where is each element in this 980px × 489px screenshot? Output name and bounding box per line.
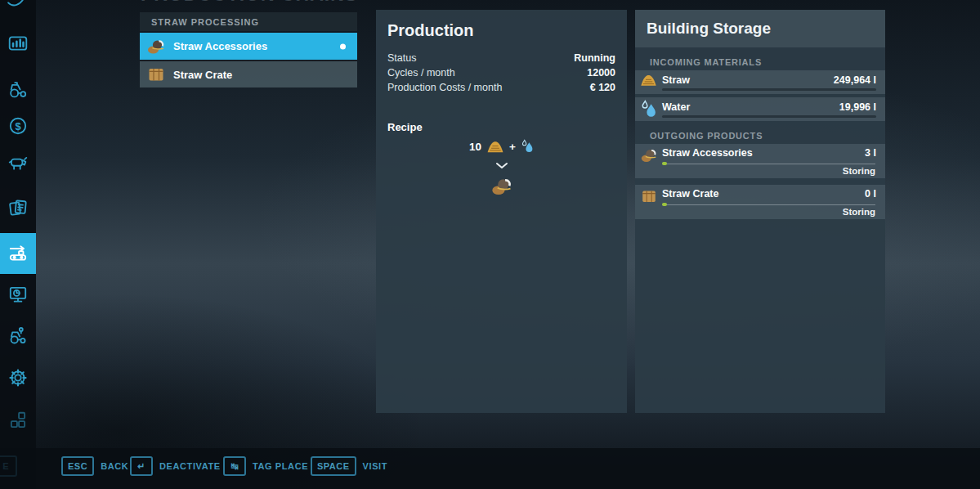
production-stat-status: Status Running: [387, 52, 615, 64]
enter-key-icon: ↵: [130, 456, 153, 476]
storage-item-status: Storing: [843, 207, 875, 217]
straw-accessories-icon: [146, 37, 166, 56]
list-item-label: Straw Accessories: [173, 40, 267, 52]
page-title-text: PRODUCTION CHAINS: [141, 0, 358, 6]
incoming-materials-label: INCOMING MATERIALS: [650, 57, 762, 67]
processing-list-header-label: STRAW PROCESSING: [151, 17, 259, 27]
storage-item-name: Straw: [662, 74, 690, 86]
fill-bar: [662, 88, 876, 91]
map-icon: [7, 0, 29, 12]
stat-value: 12000: [587, 67, 615, 79]
straw-icon: [486, 139, 504, 154]
sidebar-item-contracts[interactable]: [7, 197, 29, 218]
storage-row-water: Water 19,996 l: [635, 97, 885, 121]
storage-item-name: Straw Accessories: [662, 147, 753, 159]
ai-workers-icon: [7, 334, 29, 348]
sidebar-item-prices[interactable]: [7, 284, 29, 305]
recipe-label: Recipe: [387, 121, 423, 133]
chevron-down-icon: [376, 162, 627, 169]
hint-back[interactable]: ESC BACK: [61, 456, 128, 476]
sidebar-item-vehicles[interactable]: [7, 79, 29, 100]
hint-visit[interactable]: SPACE VISIT: [311, 456, 387, 476]
hint-label: TAG PLACE: [253, 461, 308, 471]
storage-row-straw: Straw 249,964 l: [635, 70, 885, 94]
storage-row-straw-accessories: Straw Accessories 3 l Storing: [635, 144, 885, 178]
storage-item-name: Water: [662, 101, 690, 113]
running-indicator-dot: [340, 43, 346, 49]
sidebar-item-map[interactable]: [7, 0, 29, 10]
tab-key-icon: ↹: [223, 456, 246, 476]
storage-item-amount: 3 l: [865, 147, 876, 159]
settings-icon: [7, 377, 29, 391]
outgoing-products-label: OUTGOING PRODUCTS: [650, 131, 763, 141]
vehicles-icon: [7, 88, 29, 102]
fill-bar: [662, 164, 875, 164]
sidebar-item-construction[interactable]: [7, 410, 29, 431]
straw-accessories-icon: [490, 175, 513, 198]
storage-item-name: Straw Crate: [662, 188, 718, 200]
straw-crate-icon: [146, 65, 166, 84]
storage-panel-title: Building Storage: [647, 20, 771, 38]
page-title: PRODUCTION CHAINS: [141, 0, 358, 7]
storage-item-status: Storing: [843, 166, 875, 176]
production-stat-costs: Production Costs / month € 120: [387, 82, 615, 93]
stat-label: Status: [387, 52, 416, 64]
stat-label: Cycles / month: [387, 67, 455, 79]
processing-list-header: STRAW PROCESSING: [140, 12, 357, 31]
construction-icon: [7, 419, 29, 433]
statistics-icon: [7, 43, 29, 56]
finances-icon: $: [7, 125, 29, 139]
recipe-output: [376, 175, 627, 198]
prices-icon: [7, 294, 29, 307]
hint-tag-place[interactable]: ↹ TAG PLACE: [223, 456, 308, 476]
stat-value: € 120: [590, 82, 615, 93]
fill-bar-value: [662, 162, 667, 165]
production-panel: Production Status Running Cycles / month…: [376, 10, 627, 413]
sidebar: $ E: [0, 0, 36, 489]
bottom-bar: ESC BACK ↵ DEACTIVATE ↹ TAG PLACE SPACE …: [0, 448, 980, 489]
list-item-label: Straw Crate: [173, 69, 232, 81]
hint-deactivate[interactable]: ↵ DEACTIVATE: [130, 456, 221, 476]
fill-bar: [662, 204, 875, 205]
hint-label: BACK: [101, 461, 128, 471]
svg-text:$: $: [15, 120, 21, 132]
animals-icon: [7, 162, 29, 176]
processing-list-panel: STRAW PROCESSING Straw Accessories Straw…: [140, 12, 357, 87]
sidebar-item-animals[interactable]: [7, 152, 29, 173]
straw-icon: [640, 73, 657, 90]
stat-value: Running: [574, 52, 615, 64]
contracts-icon: [7, 207, 29, 221]
fill-bar-value: [662, 203, 667, 206]
production-stat-cycles: Cycles / month 12000: [387, 67, 615, 79]
sidebar-item-finances[interactable]: $: [7, 115, 29, 137]
straw-accessories-icon: [640, 146, 658, 164]
fill-bar: [662, 115, 876, 118]
sidebar-item-statistics[interactable]: [7, 33, 29, 54]
storage-item-amount: 19,996 l: [839, 101, 876, 113]
sidebar-item-ai-workers[interactable]: [7, 325, 29, 346]
production-panel-title: Production: [387, 21, 474, 40]
storage-item-amount: 0 l: [865, 188, 876, 200]
recipe-inputs: 10 +: [376, 139, 627, 154]
water-icon: [640, 100, 657, 117]
space-key-icon: SPACE: [311, 456, 356, 476]
list-item-straw-crate[interactable]: Straw Crate: [140, 61, 357, 87]
recipe-input-quantity: 10: [469, 141, 481, 153]
straw-crate-icon: [640, 187, 658, 205]
stat-label: Production Costs / month: [387, 82, 502, 93]
hint-label: DEACTIVATE: [159, 461, 221, 471]
water-icon: [521, 139, 534, 154]
sidebar-item-settings[interactable]: [7, 367, 29, 388]
esc-key-icon: ESC: [61, 456, 94, 476]
sidebar-item-production-chains[interactable]: [0, 233, 36, 274]
list-item-straw-accessories[interactable]: Straw Accessories: [140, 33, 357, 60]
storage-item-amount: 249,964 l: [834, 74, 876, 86]
building-storage-panel: Building Storage INCOMING MATERIALS Stra…: [635, 10, 885, 413]
storage-row-straw-crate: Straw Crate 0 l Storing: [635, 185, 885, 219]
hint-label: VISIT: [363, 461, 388, 471]
recipe-plus: +: [509, 141, 516, 153]
production-chains-screen: PRODUCTION CHAINS $: [0, 0, 980, 489]
